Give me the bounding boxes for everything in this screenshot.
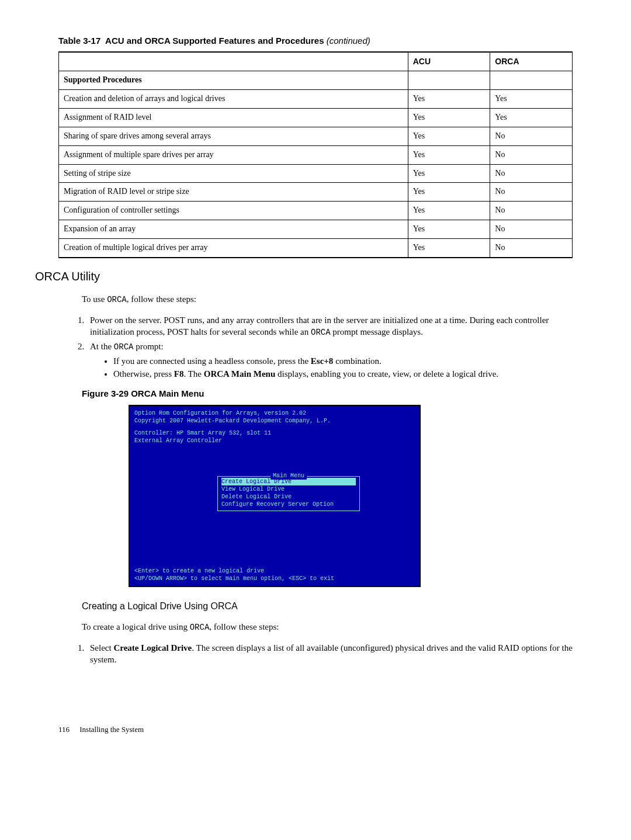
- row-acu: Yes: [408, 127, 490, 145]
- table-row: Configuration of controller settingsYesN…: [59, 202, 573, 220]
- create-heading: Creating a Logical Drive Using ORCA: [82, 600, 573, 613]
- row-acu: Yes: [408, 220, 490, 239]
- row-label: Creation and deletion of arrays and logi…: [59, 90, 408, 109]
- table-row: Migration of RAID level or stripe sizeYe…: [59, 183, 573, 202]
- row-orca: No: [490, 202, 573, 220]
- row-label: Expansion of an array: [59, 220, 408, 239]
- col-orca: ORCA: [490, 52, 573, 71]
- table-row: Assignment of multiple spare drives per …: [59, 145, 573, 164]
- row-acu: Yes: [408, 90, 490, 109]
- row-acu: Yes: [408, 239, 490, 258]
- row-label: Assignment of multiple spare drives per …: [59, 145, 408, 164]
- table-caption: ACU and ORCA Supported Features and Proc…: [105, 36, 324, 46]
- table-row: Setting of stripe sizeYesNo: [59, 164, 573, 183]
- row-label: Configuration of controller settings: [59, 202, 408, 220]
- row-orca: Yes: [490, 108, 573, 127]
- create-intro: To create a logical drive using ORCA, fo…: [82, 621, 573, 633]
- orca-step-1: Power on the server. POST runs, and any …: [86, 314, 573, 338]
- row-orca: No: [490, 145, 573, 164]
- col-blank: [59, 52, 408, 71]
- row-label: Migration of RAID level or stripe size: [59, 183, 408, 202]
- orca-intro: To use ORCA, follow these steps:: [82, 293, 573, 306]
- orca-step-2: At the ORCA prompt: If you are connected…: [86, 341, 573, 380]
- table-row: Supported Procedures: [59, 71, 573, 90]
- row-label: Sharing of spare drives among several ar…: [59, 127, 408, 145]
- orca-bullet-1: If you are connected using a headless co…: [113, 355, 573, 367]
- row-acu: Yes: [408, 183, 490, 202]
- table-title: Table 3-17 ACU and ORCA Supported Featur…: [58, 35, 573, 47]
- orca-line1: Option Rom Configuration for Arrays, ver…: [134, 409, 415, 417]
- footer-chapter: Installing the System: [79, 725, 144, 734]
- orca-bottom-hints: <Enter> to create a new logical drive <U…: [134, 567, 334, 582]
- orca-line3: Controller: HP Smart Array 532, slot 11: [134, 429, 415, 437]
- row-label: Assignment of RAID level: [59, 108, 408, 127]
- orca-menu-item[interactable]: View Logical Drive: [221, 486, 285, 492]
- row-orca: No: [490, 127, 573, 145]
- table-row: Expansion of an arrayYesNo: [59, 220, 573, 239]
- row-orca: [490, 71, 573, 90]
- table-row: Creation and deletion of arrays and logi…: [59, 90, 573, 109]
- orca-bullet-2: Otherwise, press F8. The ORCA Main Menu …: [113, 368, 573, 380]
- row-acu: Yes: [408, 164, 490, 183]
- page-number: 116: [58, 725, 70, 734]
- row-acu: Yes: [408, 108, 490, 127]
- orca-screenshot: Option Rom Configuration for Arrays, ver…: [129, 405, 421, 587]
- col-acu: ACU: [408, 52, 490, 71]
- orca-menu-title: Main Menu: [271, 472, 307, 480]
- orca-menu-item[interactable]: Configure Recovery Server Option: [221, 501, 334, 508]
- orca-line4: External Array Controller: [134, 437, 415, 445]
- row-label: Supported Procedures: [59, 71, 408, 90]
- orca-code: ORCA: [107, 295, 127, 304]
- table-row: Creation of multiple logical drives per …: [59, 239, 573, 258]
- figure-title: Figure 3-29 ORCA Main Menu: [82, 388, 573, 400]
- orca-utility-heading: ORCA Utility: [35, 269, 573, 284]
- features-table: ACU ORCA Supported ProceduresCreation an…: [58, 51, 573, 258]
- row-acu: Yes: [408, 145, 490, 164]
- table-number: Table 3-17: [58, 36, 100, 46]
- table-row: Sharing of spare drives among several ar…: [59, 127, 573, 145]
- row-orca: No: [490, 183, 573, 202]
- row-orca: No: [490, 239, 573, 258]
- row-label: Creation of multiple logical drives per …: [59, 239, 408, 258]
- row-acu: Yes: [408, 202, 490, 220]
- row-orca: No: [490, 164, 573, 183]
- table-row: Assignment of RAID levelYesYes: [59, 108, 573, 127]
- row-orca: No: [490, 220, 573, 239]
- create-step-1: Select Create Logical Drive. The screen …: [86, 642, 573, 666]
- row-acu: [408, 71, 490, 90]
- row-label: Setting of stripe size: [59, 164, 408, 183]
- orca-main-menu[interactable]: Main Menu Create Logical Drive View Logi…: [217, 476, 360, 511]
- orca-line2: Copyright 2007 Hewlett-Packard Developme…: [134, 417, 415, 425]
- orca-menu-item[interactable]: Delete Logical Drive: [221, 494, 292, 500]
- table-continued: (continued): [327, 36, 370, 46]
- row-orca: Yes: [490, 90, 573, 109]
- page-footer: 116 Installing the System: [58, 724, 573, 735]
